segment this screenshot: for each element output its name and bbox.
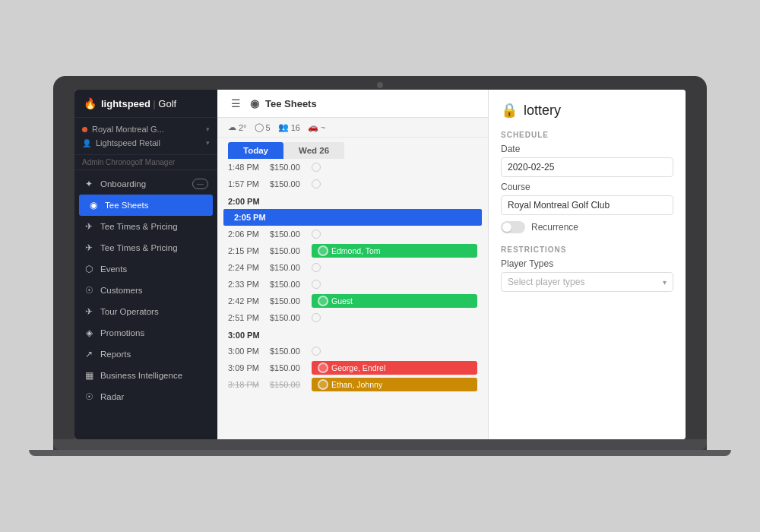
booking-cell: [312, 347, 477, 356]
tee-sheets-icon: ◉: [88, 200, 99, 211]
booking-pill-green[interactable]: Edmond, Tom: [312, 244, 477, 258]
reports-label: Reports: [100, 350, 131, 359]
date-field-label: Date: [501, 144, 673, 154]
main-header: ☰ ◉ Tee Sheets: [217, 90, 488, 118]
table-row[interactable]: 2:51 PM $150.00: [217, 309, 488, 326]
tee-sheets-header-icon: ◉: [250, 97, 259, 109]
booking-name: Edmond, Tom: [331, 246, 381, 255]
table-row[interactable]: 2:42 PM $150.00 Guest: [217, 293, 488, 309]
booking-cell: George, Endrel: [312, 361, 477, 375]
tour-operators-icon: ✈: [84, 306, 94, 317]
time-cell: 2:33 PM: [228, 280, 270, 289]
booking-pill-yellow[interactable]: Ethan, Johnny: [312, 378, 477, 391]
hamburger-button[interactable]: ☰: [228, 96, 244, 111]
sidebar-item-business-intelligence[interactable]: ▦ Business Intelligence: [74, 365, 217, 386]
booking-cell: [312, 280, 477, 289]
empty-slot-icon: [312, 230, 321, 239]
onboarding-label: Onboarding: [100, 179, 146, 188]
time-cell: 1:57 PM: [228, 179, 270, 188]
booking-cell: [312, 263, 477, 272]
sidebar-header: 🔥 lightspeed | Golf: [74, 90, 217, 118]
business-intelligence-icon: ▦: [84, 370, 94, 381]
sidebar-item-dynamic-pricing[interactable]: ✈ Tee Times & Pricing: [74, 237, 217, 258]
table-row[interactable]: 2:24 PM $150.00: [217, 259, 488, 276]
promotions-label: Promotions: [100, 328, 144, 337]
table-row[interactable]: 2:06 PM $150.00: [217, 226, 488, 242]
restrictions-section: RESTRICTIONS Player Types Select player …: [501, 245, 673, 292]
logo-flame-icon: 🔥: [84, 97, 97, 109]
tee-tabs: Today Wed 26: [217, 138, 488, 159]
carts-stat: 🚗 ~: [308, 122, 325, 132]
sidebar-item-promotions[interactable]: ◈ Promotions: [74, 322, 217, 344]
admin-label: Admin Chronogolf Manager: [82, 158, 175, 166]
table-row[interactable]: 1:48 PM $150.00: [217, 159, 488, 176]
price-cell: $150.00: [270, 280, 312, 289]
price-cell: $150.00: [270, 363, 312, 372]
holes-icon: ◯: [255, 122, 264, 132]
sidebar-item-tee-times[interactable]: ✈ Tee Times & Pricing: [74, 216, 217, 237]
lottery-title-section: 🔒 lottery: [501, 102, 673, 119]
weather-value: 2°: [239, 123, 247, 132]
admin-row: Admin Chronogolf Manager: [74, 155, 217, 170]
page-title: Tee Sheets: [265, 98, 317, 109]
booking-cell: [312, 179, 477, 188]
player-types-placeholder: Select player types: [508, 277, 584, 287]
sidebar-item-reports[interactable]: ↗ Reports: [74, 344, 217, 365]
tee-stats-bar: ☁ 2° ◯ 5 👥 16 🚗 ~: [217, 118, 488, 138]
carts-icon: 🚗: [308, 122, 318, 132]
date-input[interactable]: [501, 157, 673, 177]
recurrence-toggle[interactable]: [501, 221, 525, 233]
booking-status-icon: [318, 296, 328, 306]
events-label: Events: [100, 264, 127, 274]
lottery-panel: 🔒 lottery SCHEDULE Date Course Recurrenc…: [488, 90, 686, 439]
players-value: 16: [291, 123, 300, 132]
onboarding-icon: ✦: [84, 179, 94, 189]
time-cell: 1:48 PM: [228, 163, 270, 172]
time-cell: 3:18 PM: [228, 380, 270, 389]
logo-product: Golf: [158, 98, 176, 109]
time-cell: 3:00 PM: [228, 347, 270, 356]
recurrence-row: Recurrence: [501, 221, 673, 233]
table-row[interactable]: 3:18 PM $150.00 Ethan, Johnny: [217, 376, 488, 393]
player-types-label: Player Types: [501, 258, 673, 269]
table-row[interactable]: 1:57 PM $150.00: [217, 176, 488, 192]
player-types-select[interactable]: Select player types ▾: [501, 272, 673, 292]
price-cell: $150.00: [270, 179, 312, 188]
table-row[interactable]: 2:15 PM $150.00 Edmond, Tom: [217, 242, 488, 259]
current-time-row: 2:05 PM: [223, 209, 482, 226]
players-icon: 👥: [278, 122, 289, 132]
sidebar-item-radar[interactable]: ☉ Radar: [74, 386, 217, 407]
events-icon: ⬡: [84, 264, 94, 274]
course-input[interactable]: [501, 195, 673, 215]
sidebar-item-events[interactable]: ⬡ Events: [74, 258, 217, 280]
table-row[interactable]: 3:00 PM $150.00: [217, 343, 488, 359]
account-2-label: Lightspeed Retail: [96, 138, 160, 147]
sidebar-item-tour-operators[interactable]: ✈ Tour Operators: [74, 301, 217, 322]
booking-pill-red[interactable]: George, Endrel: [312, 361, 477, 375]
tab-today[interactable]: Today: [228, 142, 283, 159]
time-cell: 2:06 PM: [228, 230, 270, 239]
sidebar-item-customers[interactable]: ☉ Customers: [74, 280, 217, 301]
business-intelligence-label: Business Intelligence: [100, 371, 182, 380]
holes-value: 5: [266, 123, 271, 132]
account-1-label: Royal Montreal G...: [92, 125, 164, 134]
recurrence-label: Recurrence: [531, 222, 578, 233]
schedule-section-label: SCHEDULE: [501, 131, 673, 139]
tour-operators-label: Tour Operators: [100, 307, 159, 316]
booking-pill-guest[interactable]: Guest: [312, 294, 477, 308]
booking-name: Ethan, Johnny: [331, 380, 382, 389]
booking-status-icon: [318, 363, 328, 373]
time-divider: 2:00 PM: [217, 192, 488, 209]
account-1-row[interactable]: Royal Montreal G... ▾: [82, 122, 210, 136]
table-row[interactable]: 2:33 PM $150.00: [217, 276, 488, 293]
players-stat: 👥 16: [278, 122, 300, 132]
sidebar-item-tee-sheets[interactable]: ◉ Tee Sheets: [79, 195, 213, 216]
sidebar-item-onboarding[interactable]: ✦ Onboarding —: [74, 173, 217, 195]
time-cell: 2:51 PM: [228, 313, 270, 322]
time-cell: 2:42 PM: [228, 296, 270, 306]
account-2-row[interactable]: 👤 Lightspeed Retail ▾: [82, 136, 210, 150]
tab-wed26[interactable]: Wed 26: [283, 142, 344, 159]
course-field-label: Course: [501, 182, 673, 192]
table-row[interactable]: 3:09 PM $150.00 George, Endrel: [217, 359, 488, 376]
time-divider: 3:00 PM: [217, 326, 488, 343]
